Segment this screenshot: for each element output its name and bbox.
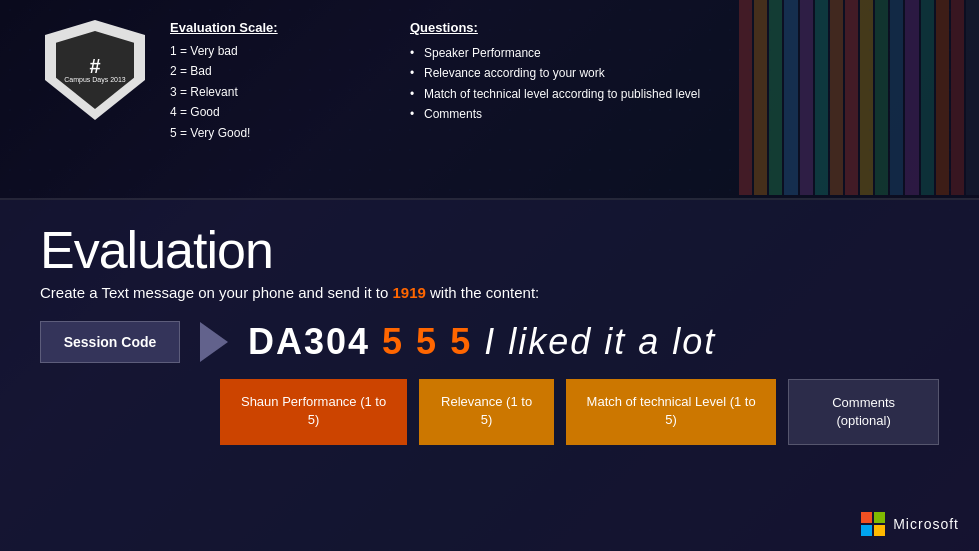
question-item: Comments (410, 104, 949, 124)
shield-hash: # (89, 56, 100, 76)
bottom-section: Evaluation Create a Text message on your… (0, 200, 979, 551)
eval-scale-item: 1 = Very bad (170, 41, 380, 61)
field-box: Shaun Performance (1 to 5) (220, 379, 407, 445)
eval-scale-item: 3 = Relevant (170, 82, 380, 102)
shield-badge: # Campus Days 2013 (45, 20, 145, 120)
fields-row: Shaun Performance (1 to 5)Relevance (1 t… (220, 379, 939, 445)
code-suffix: I liked it a lot (484, 321, 716, 362)
questions-list: Speaker PerformanceRelevance according t… (410, 43, 949, 125)
microsoft-label: Microsoft (893, 516, 959, 532)
instruction-text: Create a Text message on your phone and … (40, 284, 388, 301)
code-numbers: 5 5 5 (382, 321, 472, 362)
field-box: Comments (optional) (788, 379, 939, 445)
ms-square-blue (861, 525, 872, 536)
question-item: Match of technical level according to pu… (410, 84, 949, 104)
questions-section: Questions: Speaker PerformanceRelevance … (380, 20, 949, 125)
top-section: # Campus Days 2013 Evaluation Scale: 1 =… (0, 0, 979, 200)
eval-scale-item: 5 = Very Good! (170, 123, 380, 143)
ms-squares-icon (861, 512, 885, 536)
logo-area: # Campus Days 2013 (30, 20, 160, 120)
arrow-icon (200, 322, 228, 362)
questions-title: Questions: (410, 20, 949, 35)
field-box: Relevance (1 to 5) (419, 379, 554, 445)
question-item: Speaker Performance (410, 43, 949, 63)
shield-inner: # Campus Days 2013 (56, 31, 134, 109)
field-box: Match of technical Level (1 to 5) (566, 379, 776, 445)
ms-square-red (861, 512, 872, 523)
session-code-box: Session Code (40, 321, 180, 363)
code-prefix: DA304 (248, 321, 370, 362)
ms-square-yellow (874, 525, 885, 536)
eval-scale-title: Evaluation Scale: (170, 20, 380, 35)
eval-items: 1 = Very bad2 = Bad3 = Relevant4 = Good5… (170, 41, 380, 143)
code-text: DA304 5 5 5 I liked it a lot (248, 321, 716, 363)
question-item: Relevance according to your work (410, 63, 949, 83)
shield-text: Campus Days 2013 (64, 76, 125, 84)
ms-square-green (874, 512, 885, 523)
instruction-end: with the content: (430, 284, 539, 301)
code-row: Session Code DA304 5 5 5 I liked it a lo… (40, 321, 939, 363)
eval-heading: Evaluation (40, 220, 939, 280)
eval-scale-item: 2 = Bad (170, 61, 380, 81)
eval-scale-item: 4 = Good (170, 102, 380, 122)
send-number: 1919 (392, 284, 425, 301)
eval-scale-section: Evaluation Scale: 1 = Very bad2 = Bad3 =… (160, 20, 380, 143)
send-instruction: Create a Text message on your phone and … (40, 284, 939, 301)
microsoft-logo: Microsoft (861, 512, 959, 536)
